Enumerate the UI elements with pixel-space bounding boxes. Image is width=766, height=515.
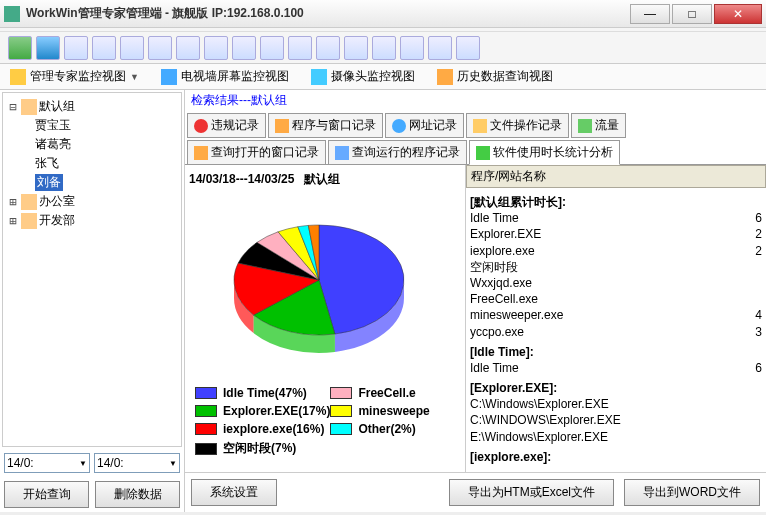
- dropdown-icon[interactable]: ▼: [169, 459, 177, 468]
- dropdown-icon[interactable]: ▼: [79, 459, 87, 468]
- dropdown-arrow-icon: ▼: [130, 72, 139, 82]
- tab-flow[interactable]: 流量: [571, 113, 626, 138]
- pie-chart: [189, 190, 461, 380]
- tab-running-program[interactable]: 查询运行的程序记录: [328, 140, 467, 165]
- toolbar-icon-16[interactable]: [428, 36, 452, 60]
- legend-item: FreeCell.e: [330, 384, 455, 402]
- tree-office[interactable]: ⊞ 办公室: [7, 192, 177, 211]
- toolbar-icon-13[interactable]: [344, 36, 368, 60]
- legend-swatch: [195, 443, 217, 455]
- data-row[interactable]: 空闲时段: [470, 259, 762, 275]
- history-icon: [437, 69, 453, 85]
- user-tree[interactable]: ⊟ 默认组 贾宝玉 诸葛亮 张飞 刘备 ⊞: [2, 92, 182, 447]
- toolbar-icon-6[interactable]: [148, 36, 172, 60]
- legend-swatch: [330, 387, 352, 399]
- data-row[interactable]: Wxxjqd.exe: [470, 275, 762, 291]
- monitor-icon: [10, 69, 26, 85]
- toolbar-icon-4[interactable]: [92, 36, 116, 60]
- tree-user[interactable]: 刘备: [7, 173, 177, 192]
- close-button[interactable]: ✕: [714, 4, 762, 24]
- toolbar-icon-3[interactable]: [64, 36, 88, 60]
- tree-dev[interactable]: ⊞ 开发部: [7, 211, 177, 230]
- export-htm-button[interactable]: 导出为HTM或Excel文件: [449, 479, 614, 506]
- view-tvwall-label: 电视墙屏幕监控视图: [181, 68, 289, 85]
- minimize-button[interactable]: —: [630, 4, 670, 24]
- chart-date-range: 14/03/18---14/03/25: [189, 172, 294, 186]
- tvwall-icon: [161, 69, 177, 85]
- data-row[interactable]: yccpo.exe3: [470, 324, 762, 340]
- legend-item: minesweepe: [330, 402, 455, 420]
- view-tvwall[interactable]: 电视墙屏幕监控视图: [157, 66, 293, 87]
- legend-item: 空闲时段(7%): [195, 438, 330, 459]
- data-row[interactable]: Explorer.EXE2: [470, 226, 762, 242]
- toolbar-icon-2[interactable]: [36, 36, 60, 60]
- tab-open-window[interactable]: 查询打开的窗口记录: [187, 140, 326, 165]
- tree-user[interactable]: 贾宝玉: [7, 116, 177, 135]
- tab-violation[interactable]: 违规记录: [187, 113, 266, 138]
- view-history-label: 历史数据查询视图: [457, 68, 553, 85]
- legend-swatch: [330, 423, 352, 435]
- toolbar-icon-8[interactable]: [204, 36, 228, 60]
- legend-swatch: [195, 405, 217, 417]
- data-list-body[interactable]: [默认组累计时长]:Idle Time6Explorer.EXE2iexplor…: [466, 188, 766, 472]
- legend-item: iexplore.exe(16%): [195, 420, 330, 438]
- chart-group-name: 默认组: [304, 172, 340, 186]
- view-monitor[interactable]: 管理专家监控视图 ▼: [6, 66, 143, 87]
- toolbar-icon-17[interactable]: [456, 36, 480, 60]
- system-settings-button[interactable]: 系统设置: [191, 479, 277, 506]
- legend-swatch: [330, 405, 352, 417]
- main-toolbar: [0, 32, 766, 64]
- folder-icon: [473, 119, 487, 133]
- tab-usage-stats[interactable]: 软件使用时长统计分析: [469, 140, 620, 165]
- data-row[interactable]: iexplore.exe2: [470, 243, 762, 259]
- data-row[interactable]: FreeCell.exe: [470, 291, 762, 307]
- data-group-title: [Explorer.EXE]:: [470, 380, 762, 396]
- toolbar-icon-1[interactable]: [8, 36, 32, 60]
- program-icon: [275, 119, 289, 133]
- tree-root[interactable]: ⊟ 默认组: [7, 97, 177, 116]
- search-result-label: 检索结果---默认组: [185, 90, 766, 111]
- date-from[interactable]: 14/0:▼: [4, 453, 90, 473]
- tab-program-window[interactable]: 程序与窗口记录: [268, 113, 383, 138]
- delete-button[interactable]: 删除数据: [95, 481, 180, 508]
- toolbar-icon-14[interactable]: [372, 36, 396, 60]
- tree-user[interactable]: 诸葛亮: [7, 135, 177, 154]
- tab-file[interactable]: 文件操作记录: [466, 113, 569, 138]
- data-row[interactable]: minesweeper.exe4: [470, 307, 762, 323]
- tree-user[interactable]: 张飞: [7, 154, 177, 173]
- data-row[interactable]: E:\Windows\Explorer.EXE: [470, 429, 762, 445]
- toolbar-icon-7[interactable]: [176, 36, 200, 60]
- view-camera[interactable]: 摄像头监控视图: [307, 66, 419, 87]
- legend-swatch: [195, 387, 217, 399]
- toolbar-icon-5[interactable]: [120, 36, 144, 60]
- group-icon: [21, 99, 37, 115]
- data-row[interactable]: Idle Time6: [470, 360, 762, 376]
- data-group-title: [Idle Time]:: [470, 344, 762, 360]
- toolbar-icon-11[interactable]: [288, 36, 312, 60]
- query-button[interactable]: 开始查询: [4, 481, 89, 508]
- data-group-title: [iexplore.exe]:: [470, 449, 762, 465]
- group-icon: [21, 213, 37, 229]
- date-to[interactable]: 14/0:▼: [94, 453, 180, 473]
- maximize-button[interactable]: □: [672, 4, 712, 24]
- toolbar-icon-9[interactable]: [232, 36, 256, 60]
- legend-swatch: [195, 423, 217, 435]
- data-row[interactable]: Idle Time6: [470, 210, 762, 226]
- legend-item: Idle Time(47%): [195, 384, 330, 402]
- legend-item: Other(2%): [330, 420, 455, 438]
- stop-icon: [194, 119, 208, 133]
- tab-url[interactable]: 网址记录: [385, 113, 464, 138]
- toolbar-icon-12[interactable]: [316, 36, 340, 60]
- data-group-title: [默认组累计时长]:: [470, 194, 762, 210]
- flow-icon: [578, 119, 592, 133]
- app-icon: [4, 6, 20, 22]
- view-history[interactable]: 历史数据查询视图: [433, 66, 557, 87]
- data-row[interactable]: C:\WINDOWS\Explorer.EXE: [470, 412, 762, 428]
- window-icon: [194, 146, 208, 160]
- export-word-button[interactable]: 导出到WORD文件: [624, 479, 760, 506]
- toolbar-icon-15[interactable]: [400, 36, 424, 60]
- globe-icon: [392, 119, 406, 133]
- window-title: WorkWin管理专家管理端 - 旗舰版 IP:192.168.0.100: [26, 5, 630, 22]
- data-row[interactable]: C:\Windows\Explorer.EXE: [470, 396, 762, 412]
- toolbar-icon-10[interactable]: [260, 36, 284, 60]
